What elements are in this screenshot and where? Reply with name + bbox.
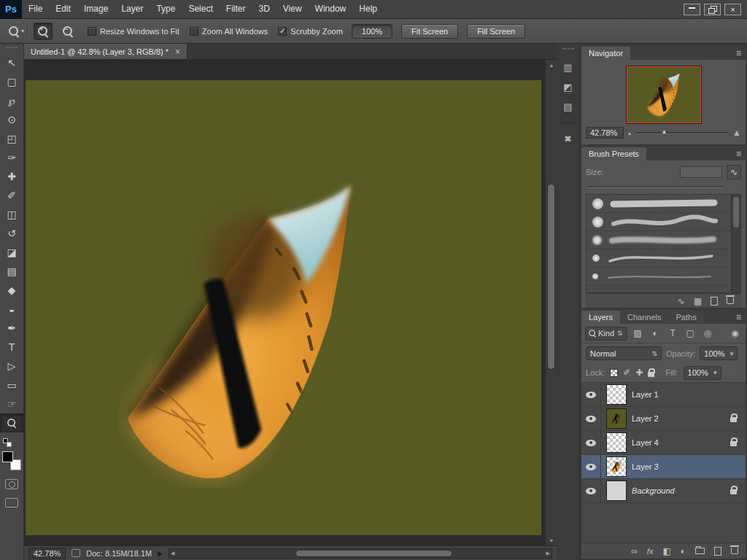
panel-menu-icon[interactable]: ≡ <box>732 147 746 160</box>
panel-menu-icon[interactable]: ≡ <box>732 311 746 324</box>
tab-close-icon[interactable]: × <box>175 47 180 57</box>
zoom-all-windows-checkbox-row[interactable]: Zoom All Windows <box>190 27 268 36</box>
lock-paint-icon[interactable]: ✐ <box>623 368 630 378</box>
zoom-out-mode-button[interactable]: − <box>58 23 77 40</box>
status-zoom-field[interactable]: 42.78% <box>28 548 66 559</box>
add-layer-mask-icon[interactable]: ◧ <box>662 546 670 556</box>
brush-list-scrollbar[interactable] <box>731 195 740 292</box>
histogram-panel-icon[interactable]: ▥ <box>557 58 580 77</box>
quick-selection-tool[interactable]: ⊙ <box>0 110 23 129</box>
layer-thumbnail[interactable] <box>606 408 627 429</box>
delete-layer-icon[interactable] <box>731 548 738 554</box>
brush-size-input[interactable] <box>680 166 722 178</box>
layer-thumbnail[interactable] <box>606 456 627 477</box>
canvas[interactable] <box>26 80 541 535</box>
hand-tool[interactable]: ☞ <box>0 394 23 413</box>
properties-panel-icon[interactable]: ▤ <box>557 97 580 117</box>
crop-tool[interactable]: ◰ <box>0 129 23 148</box>
layer-thumbnail[interactable] <box>606 384 627 405</box>
lasso-tool[interactable]: ℘ <box>0 91 23 110</box>
filter-adjustment-layers-icon[interactable]: ◐ <box>649 327 662 341</box>
menu-filter[interactable]: Filter <box>220 0 252 18</box>
path-selection-tool[interactable]: ▷ <box>0 357 23 376</box>
navigator-tab[interactable]: Navigator <box>581 47 630 60</box>
navigator-thumbnail[interactable] <box>626 66 702 124</box>
zoom-out-mountain-icon[interactable]: ▴ <box>628 130 631 136</box>
quick-mask-button[interactable] <box>5 479 18 489</box>
brush-preset-item[interactable] <box>587 249 740 268</box>
new-brush-icon[interactable] <box>711 297 718 306</box>
filter-type-layers-icon[interactable]: T <box>666 327 680 341</box>
screen-mode-button[interactable] <box>5 498 18 508</box>
info-panel-icon[interactable]: ◩ <box>557 77 580 97</box>
menu-select[interactable]: Select <box>182 0 219 18</box>
tool-presets-panel-icon[interactable]: ✖ <box>557 129 580 149</box>
layer-thumbnail[interactable] <box>606 432 627 453</box>
tool-preset-picker[interactable]: ▾ <box>6 25 28 38</box>
horizontal-scroll-thumb[interactable] <box>295 550 452 557</box>
fill-dropdown[interactable]: 100% ▾ <box>684 366 721 380</box>
rectangular-marquee-tool[interactable]: ▢ <box>0 72 23 91</box>
layers-tab[interactable]: Layers <box>581 311 620 324</box>
navigator-view-box[interactable] <box>627 66 701 123</box>
vertical-scrollbar[interactable]: ▲ ▼ <box>545 60 557 545</box>
layer-style-icon[interactable]: fx <box>647 547 654 556</box>
zoom-in-mountain-icon[interactable]: ▲ <box>732 128 741 138</box>
scroll-down-icon[interactable]: ▼ <box>546 535 557 545</box>
layer-name[interactable]: Layer 2 <box>632 414 659 423</box>
default-colors-icon[interactable] <box>3 438 12 447</box>
opacity-dropdown[interactable]: 100% ▾ <box>700 346 738 360</box>
zoom-all-windows-checkbox[interactable] <box>190 27 198 36</box>
layer-row-layer2[interactable]: Layer 2 <box>581 407 746 431</box>
dodge-tool[interactable]: ◒ <box>0 300 23 319</box>
zoom-in-mode-button[interactable]: + <box>34 23 53 40</box>
grid-view-icon[interactable]: ▦ <box>694 296 702 306</box>
scroll-right-icon[interactable]: ▶ <box>546 551 550 556</box>
layer-row-background[interactable]: Background <box>581 479 746 503</box>
navigator-slider-thumb[interactable]: ▲ <box>662 128 667 135</box>
toolbar-grip[interactable] <box>6 47 18 49</box>
document-tab[interactable]: Untitled-1 @ 42.8% (Layer 3, RGB/8) * × <box>24 44 187 59</box>
scrubby-zoom-checkbox-row[interactable]: Scrubby Zoom <box>278 27 343 36</box>
menu-file[interactable]: File <box>22 0 49 18</box>
brush-preset-item[interactable] <box>587 268 740 286</box>
eyedropper-tool[interactable]: ✑ <box>0 148 23 167</box>
minimize-button[interactable] <box>684 4 700 15</box>
blend-mode-dropdown[interactable]: Normal ⇅ <box>586 346 662 360</box>
filter-shape-layers-icon[interactable]: ▢ <box>684 327 697 341</box>
history-brush-tool[interactable]: ↺ <box>0 224 23 243</box>
delete-brush-icon[interactable] <box>727 298 734 304</box>
layer-row-layer4[interactable]: Layer 4 <box>581 431 746 455</box>
type-tool[interactable]: T <box>0 338 23 357</box>
new-layer-icon[interactable] <box>714 547 721 556</box>
channels-tab[interactable]: Channels <box>620 311 668 324</box>
status-menu-arrow-icon[interactable]: ▶ <box>158 550 163 557</box>
restore-button[interactable] <box>704 4 721 15</box>
panel-menu-icon[interactable]: ≡ <box>732 47 746 60</box>
brush-preset-item[interactable] <box>587 231 740 249</box>
layer-row-layer1[interactable]: Layer 1 <box>581 383 746 407</box>
new-group-icon[interactable] <box>695 548 705 554</box>
visibility-toggle[interactable] <box>581 455 601 479</box>
menu-window[interactable]: Window <box>309 0 353 18</box>
navigator-zoom-slider[interactable]: ▲ <box>635 132 728 134</box>
foreground-color-swatch[interactable] <box>2 451 13 462</box>
fit-screen-button[interactable]: Fit Screen <box>401 24 458 39</box>
resize-windows-checkbox-row[interactable]: Resize Windows to Fit <box>88 27 179 36</box>
eraser-tool[interactable]: ◪ <box>0 243 23 262</box>
menu-type[interactable]: Type <box>150 0 182 18</box>
layer-name[interactable]: Layer 4 <box>632 438 659 447</box>
layer-name[interactable]: Layer 3 <box>632 462 659 471</box>
brush-presets-tab[interactable]: Brush Presets <box>581 147 646 160</box>
lock-all-icon[interactable] <box>648 369 654 377</box>
brush-preset-item[interactable] <box>587 195 740 213</box>
horizontal-scrollbar[interactable]: ◀ ▶ <box>169 548 552 559</box>
brush-list-scroll-thumb[interactable] <box>733 197 739 228</box>
visibility-toggle[interactable] <box>581 407 601 431</box>
visibility-toggle[interactable] <box>581 431 601 455</box>
stroke-thumbnail-toggle-icon[interactable]: ∿ <box>678 296 685 306</box>
filter-smart-objects-icon[interactable]: ◎ <box>701 327 715 341</box>
clone-stamp-tool[interactable]: ◫ <box>0 205 23 224</box>
brush-tool[interactable]: ✐ <box>0 186 23 205</box>
adjustment-layer-icon[interactable]: ◐ <box>681 546 686 556</box>
